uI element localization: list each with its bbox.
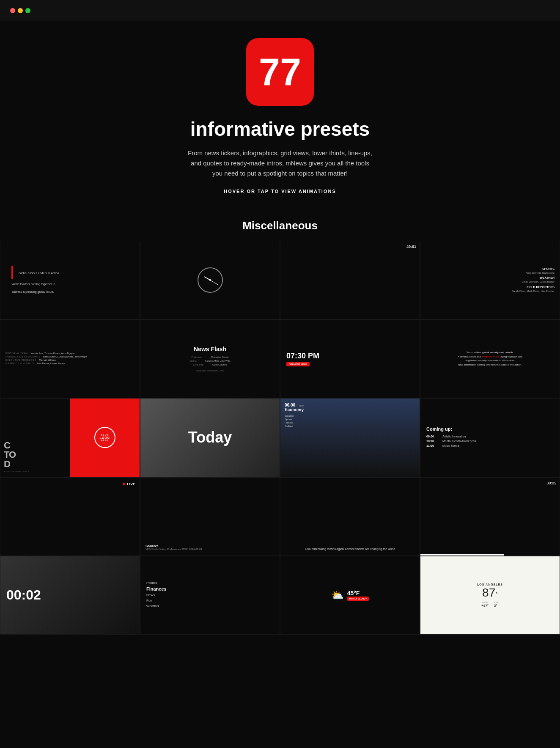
card-logo-intro[interactable]: CTOD ADDING THE PERFECT TOUCH YOUR LOGO … bbox=[0, 398, 140, 477]
card-breaking-news[interactable]: Global crisis: Leaders in Action.World l… bbox=[0, 241, 140, 319]
credits-value-1: Jennifer Lee, Thomas Brown, Anna Nguyen bbox=[30, 352, 75, 355]
timer-display: 49:01 bbox=[406, 245, 416, 249]
source-content: Source: VPS 'Public Voting Preferences 2… bbox=[145, 544, 202, 550]
credits-label-1: EDITORIAL TEAM bbox=[5, 352, 27, 355]
close-button[interactable] bbox=[10, 8, 15, 13]
credits-row-4: GRAPHICS & VISUALS Julia Parker, Lauren … bbox=[5, 362, 87, 365]
news-flash-row-1: Production: Christopher Garnet bbox=[147, 356, 272, 358]
weather-icon: ⛅ bbox=[331, 589, 344, 601]
staff-list-content: SPORTS Alex Schmidt, Mark Dene WEATHER E… bbox=[512, 267, 555, 293]
event-row-3: 11:00 Music Mania bbox=[426, 444, 554, 447]
schedule-item-politics: Politics bbox=[285, 421, 415, 424]
credits-label-4: GRAPHICS & VISUALS bbox=[5, 362, 34, 365]
city-temp-unit: ° bbox=[495, 591, 498, 598]
clock-face bbox=[198, 267, 223, 293]
preset-count: 77 bbox=[259, 53, 301, 91]
logo-circle: YOUR LOGO HERE bbox=[94, 427, 115, 448]
city-high-label: HIGH bbox=[482, 601, 488, 604]
event-name-3: Music Mania bbox=[442, 444, 459, 447]
live-dot bbox=[123, 483, 125, 485]
credits-row-2: PRODUCTION ASSISTANTS Emma Smith, Lucas … bbox=[5, 355, 87, 358]
clock-minute-hand bbox=[210, 280, 218, 285]
card-coming-up[interactable]: Coming up: 09:00 Artistic Innovation 10:… bbox=[420, 398, 560, 477]
nf-val-2: Suzanna Miles, John Willis bbox=[205, 360, 230, 362]
card-staff-list[interactable]: SPORTS Alex Schmidt, Mark Dene WEATHER E… bbox=[420, 241, 560, 319]
presets-grid: Global crisis: Leaders in Action.World l… bbox=[0, 241, 560, 635]
schedule-time: 06.00 bbox=[285, 403, 295, 407]
nf-key-1: Production: bbox=[192, 356, 202, 358]
news-flash-content: News Flash Production: Christopher Garne… bbox=[147, 346, 272, 372]
city-high: HIGH +87° bbox=[481, 601, 489, 608]
security-alert-text: Terror strikes: global security alert un… bbox=[458, 351, 522, 367]
hero-section: 77 informative presets From news tickers… bbox=[0, 21, 560, 206]
card-menu-list[interactable]: Politics Finances News Fun Weather bbox=[140, 556, 280, 635]
card-weather-temp[interactable]: ⛅ 45°F PARTLY CLOUDY bbox=[280, 556, 420, 635]
schedule-item-culture: Culture bbox=[285, 425, 415, 427]
card-time-display[interactable]: 07:30 PM BREAKING NEWS bbox=[280, 319, 420, 398]
schedule-item-sports: Sports bbox=[285, 418, 415, 421]
card-schedule[interactable]: 06.00 Friday Economy Weather Sports Poli… bbox=[280, 398, 420, 477]
card-news-flash[interactable]: News Flash Production: Christopher Garne… bbox=[140, 319, 280, 398]
credits-label-2: PRODUCTION ASSISTANTS bbox=[5, 355, 41, 358]
staff-names-weather: Emily Johnson, Lucas Baxter bbox=[512, 280, 555, 283]
logo-name: LOGO bbox=[99, 436, 110, 439]
menu-item-politics: Politics bbox=[146, 581, 274, 585]
minimize-button[interactable] bbox=[18, 8, 23, 13]
today-text: Today bbox=[188, 429, 232, 446]
timer2-display: 00:05 bbox=[546, 481, 556, 485]
breaking-badge: BREAKING NEWS bbox=[286, 362, 310, 366]
event-name-1: Artistic Innovation bbox=[442, 435, 466, 438]
weather-badge: PARTLY CLOUDY bbox=[347, 597, 369, 601]
card-source[interactable]: Source: VPS 'Public Voting Preferences 2… bbox=[140, 477, 280, 556]
source-label: Source: bbox=[145, 544, 202, 548]
credits-row-3: EXECUTIVE PRODUCER Michael Williams bbox=[5, 359, 87, 361]
card-tech-lower-third[interactable]: Groundbreaking technological advancement… bbox=[280, 477, 420, 556]
city-name: LOS ANGELES bbox=[477, 583, 503, 586]
coming-up-title: Coming up: bbox=[426, 426, 554, 432]
schedule-items: Weather Sports Politics Culture bbox=[285, 415, 415, 427]
event-time-1: 09:00 bbox=[426, 435, 440, 438]
card-timer[interactable]: 49:01 bbox=[280, 241, 420, 319]
city-high-val: +87° bbox=[481, 604, 489, 608]
logo-big-text: CTOD bbox=[4, 441, 67, 469]
card-timer2[interactable]: 00:05 bbox=[420, 477, 560, 556]
section-title: Miscellaneous bbox=[0, 219, 560, 232]
city-temp: 87° bbox=[482, 586, 498, 600]
nf-key-3: Consulting: bbox=[193, 363, 203, 366]
live-indicator: LIVE bbox=[123, 482, 135, 486]
weather-temp-content: 45°F PARTLY CLOUDY bbox=[347, 590, 369, 601]
card-live[interactable]: LIVE bbox=[0, 477, 140, 556]
card1-accent bbox=[11, 266, 13, 279]
card-clock[interactable] bbox=[140, 241, 280, 319]
staff-category-reporters: FIELD REPORTERS bbox=[512, 286, 555, 289]
hero-cta: HOVER OR TAP TO VIEW ANIMATIONS bbox=[224, 189, 336, 194]
card-credits[interactable]: EDITORIAL TEAM Jennifer Lee, Thomas Brow… bbox=[0, 319, 140, 398]
logo-intro-right: YOUR LOGO HERE bbox=[70, 399, 140, 476]
event-row-2: 10:00 Mental Health Awareness bbox=[426, 440, 554, 443]
time-value: 07:30 PM bbox=[286, 352, 319, 360]
card-countdown-aerial[interactable]: 00:02 bbox=[0, 556, 140, 635]
nf-key-2: Editing: bbox=[189, 360, 197, 362]
news-flash-row-3: Consulting: Aaron Crawford bbox=[147, 363, 272, 366]
card-security-alert[interactable]: Terror strikes: global security alert un… bbox=[420, 319, 560, 398]
nf-val-3: Aaron Crawford bbox=[212, 363, 227, 366]
timer-progress-bar bbox=[420, 554, 504, 556]
card-today[interactable]: Today bbox=[140, 398, 280, 477]
city-low-label: LOW bbox=[493, 601, 499, 604]
news-flash-title: News Flash bbox=[147, 346, 272, 352]
event-row-1: 09:00 Artistic Innovation bbox=[426, 435, 554, 438]
countdown-time: 00:02 bbox=[6, 587, 41, 603]
card-city-weather[interactable]: LOS ANGELES 87° HIGH +87° LOW 3° bbox=[420, 556, 560, 635]
staff-category-weather: WEATHER bbox=[512, 276, 555, 279]
staff-names-reporters: Sarah Chen, Mark Davis, Lisa Fischer bbox=[512, 289, 555, 293]
menu-item-finances: Finances bbox=[146, 586, 274, 591]
maximize-button[interactable] bbox=[25, 8, 30, 13]
schedule-show: Economy bbox=[285, 407, 415, 412]
event-time-2: 10:00 bbox=[426, 440, 440, 443]
credits-row-1: EDITORIAL TEAM Jennifer Lee, Thomas Brow… bbox=[5, 352, 87, 355]
schedule-item-weather: Weather bbox=[285, 415, 415, 417]
logo-here: HERE bbox=[101, 439, 109, 442]
city-weather-sub: HIGH +87° LOW 3° bbox=[481, 601, 498, 608]
temp-value: 45°F bbox=[347, 590, 369, 597]
top-bar bbox=[0, 0, 560, 21]
